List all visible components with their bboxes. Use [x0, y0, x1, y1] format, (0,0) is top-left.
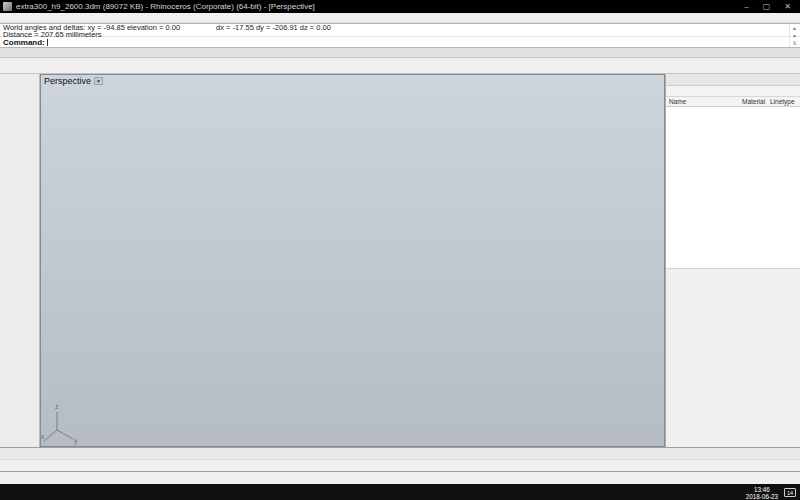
layer-list — [666, 107, 800, 269]
command-history-line1b: dx = -17.55 dy = -206.91 dz = 0.00 — [216, 23, 331, 32]
axis-y-label: y — [74, 437, 78, 445]
minimize-button[interactable]: – — [744, 2, 748, 11]
tool-palette — [0, 74, 40, 447]
command-input[interactable]: Command: — [0, 37, 800, 47]
viewport-canvas[interactable]: z x y — [41, 75, 664, 446]
window-title: extra300_h9_2600.3dm (89072 KB) - Rhinoc… — [16, 2, 744, 11]
perspective-viewport[interactable]: Perspective ▼ z x y — [40, 74, 665, 447]
viewport-tabs — [0, 447, 800, 459]
panel-empty-space — [666, 269, 800, 447]
clock-date: 2018-06-23 — [746, 493, 778, 500]
toolbar-tab-strip — [0, 48, 800, 58]
viewport-title[interactable]: Perspective ▼ — [44, 76, 103, 86]
rhino-window: extra300_h9_2600.3dm (89072 KB) - Rhinoc… — [0, 0, 800, 500]
rhino-app-icon — [3, 2, 12, 11]
title-bar: extra300_h9_2600.3dm (89072 KB) - Rhinoc… — [0, 0, 800, 13]
main-toolbar — [0, 58, 800, 74]
viewport-menu-arrow-icon[interactable]: ▼ — [94, 77, 103, 85]
axis-x-label: x — [41, 433, 45, 440]
panel-tabs — [666, 74, 800, 86]
clock-time: 13:46 — [746, 486, 778, 493]
menu-bar — [0, 13, 800, 23]
axis-indicator: z x y — [41, 403, 78, 445]
command-area: World angles and deltas: xy = -94.85 ele… — [0, 23, 800, 48]
close-button[interactable]: ✕ — [784, 2, 791, 11]
osnap-bar — [0, 459, 800, 471]
text-caret — [47, 39, 48, 46]
column-material: Material — [742, 98, 765, 105]
windows-taskbar: 13:46 2018-06-23 14 — [0, 484, 800, 500]
layers-toolbar — [666, 86, 800, 97]
command-history: World angles and deltas: xy = -94.85 ele… — [0, 24, 800, 37]
column-name: Name — [669, 98, 686, 105]
command-prompt: Command: — [3, 38, 45, 47]
right-panel: Name Material Linetype — [665, 74, 800, 447]
viewport-title-text: Perspective — [44, 76, 91, 86]
taskbar-clock[interactable]: 13:46 2018-06-23 — [746, 486, 778, 500]
status-bar — [0, 471, 800, 484]
notification-icon[interactable]: 14 — [784, 488, 796, 497]
column-linetype: Linetype — [770, 98, 795, 105]
maximize-button[interactable]: ▢ — [763, 2, 771, 11]
axis-z-label: z — [55, 403, 59, 410]
command-scrollbar[interactable]: ▲▼⇅ — [789, 24, 799, 47]
layers-header: Name Material Linetype — [666, 97, 800, 107]
